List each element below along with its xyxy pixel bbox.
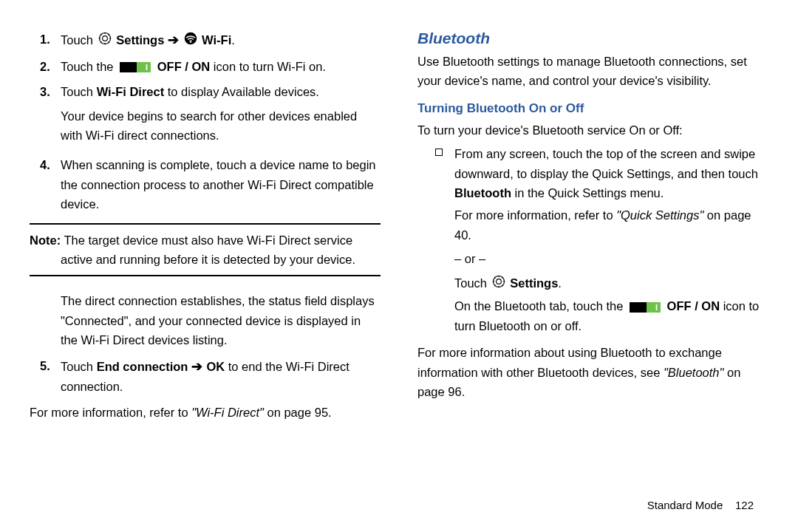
xref-quick-settings: "Quick Settings"	[616, 208, 703, 222]
xref-bluetooth: "Bluetooth"	[664, 366, 723, 379]
svg-point-13	[496, 279, 501, 284]
step-4-text: When scanning is complete, touch a devic…	[61, 155, 381, 214]
svg-point-1	[102, 36, 107, 41]
step-number: 4.	[30, 155, 61, 174]
step-1: 1. Touch Settings ➔ Wi-Fi.	[30, 30, 381, 51]
touch-settings-line: Touch Settings.	[454, 273, 768, 294]
wifi-direct-label: Wi-Fi Direct	[97, 85, 165, 98]
gear-icon	[98, 31, 112, 50]
xref-wifi-direct: "Wi-Fi Direct"	[191, 406, 264, 419]
heading-bluetooth: Bluetooth	[417, 30, 768, 47]
footer-mode: Standard Mode	[647, 499, 723, 511]
toggle-icon	[120, 62, 151, 72]
step-5: 5. Touch End connection ➔ OK to end the …	[30, 356, 381, 397]
bullet-line-2: For more information, refer to "Quick Se…	[454, 205, 768, 245]
right-column: Bluetooth Use Bluetooth settings to mana…	[399, 30, 768, 510]
arrow-icon: ➔	[188, 359, 206, 374]
bt-lead: To turn your device's Bluetooth service …	[417, 120, 768, 140]
step-number: 1.	[30, 30, 61, 49]
bullet-item: From any screen, touch the top of the sc…	[435, 144, 768, 335]
settings-label: Settings	[116, 33, 168, 47]
wifi-label: Wi-Fi	[202, 33, 231, 47]
bluetooth-intro: Use Bluetooth settings to manage Bluetoo…	[417, 52, 768, 91]
end-connection-label: End connection	[97, 360, 188, 373]
bullet-line-1: From any screen, touch the top of the sc…	[454, 144, 768, 202]
bluetooth-bold: Bluetooth	[454, 186, 511, 200]
ok-label: OK	[206, 360, 225, 373]
more-info-right: For more information about using Bluetoo…	[417, 343, 768, 401]
note-text: The target device must also have Wi-Fi D…	[61, 233, 352, 247]
arrow-icon: ➔	[168, 33, 179, 47]
note-box: Note: The target device must also have W…	[30, 223, 381, 277]
gear-icon	[492, 274, 505, 293]
step-number: 3.	[30, 82, 61, 101]
step-3: 3. Touch Wi-Fi Direct to display Availab…	[30, 82, 381, 149]
toggle-icon	[630, 302, 661, 313]
off-on-label: OFF / ON	[667, 299, 720, 313]
step-2: 2. Touch the OFF / ON icon to turn Wi-Fi…	[30, 57, 381, 76]
settings-label: Settings	[510, 276, 558, 290]
steps-list-2: 5. Touch End connection ➔ OK to end the …	[30, 356, 381, 397]
bt-tab-line: On the Bluetooth tab, touch the OFF / ON…	[454, 296, 768, 335]
text: Touch	[61, 33, 97, 47]
post-note-paragraph: The direct connection establishes, the s…	[61, 291, 381, 349]
square-bullet-icon	[435, 149, 443, 156]
step-number: 5.	[30, 356, 61, 375]
manual-page: 1. Touch Settings ➔ Wi-Fi. 2.	[0, 0, 798, 532]
step-4: 4. When scanning is complete, touch a de…	[30, 155, 381, 214]
or-separator: – or –	[454, 249, 768, 268]
steps-list: 1. Touch Settings ➔ Wi-Fi. 2.	[30, 30, 381, 214]
step-3-detail: Your device begins to search for other d…	[61, 106, 381, 146]
left-column: 1. Touch Settings ➔ Wi-Fi. 2.	[30, 30, 399, 510]
note-text-cont: active and running before it is detected…	[30, 250, 381, 269]
off-on-label: OFF / ON	[157, 60, 211, 73]
note-label: Note:	[30, 233, 61, 247]
svg-point-11	[190, 42, 191, 44]
page-footer: Standard Mode 122	[647, 499, 754, 511]
footer-page-number: 122	[735, 499, 754, 511]
more-info-left: For more information, refer to "Wi-Fi Di…	[30, 403, 381, 422]
step-number: 2.	[30, 57, 61, 76]
heading-turning-bt: Turning Bluetooth On or Off	[417, 101, 768, 116]
wifi-icon	[184, 31, 197, 50]
